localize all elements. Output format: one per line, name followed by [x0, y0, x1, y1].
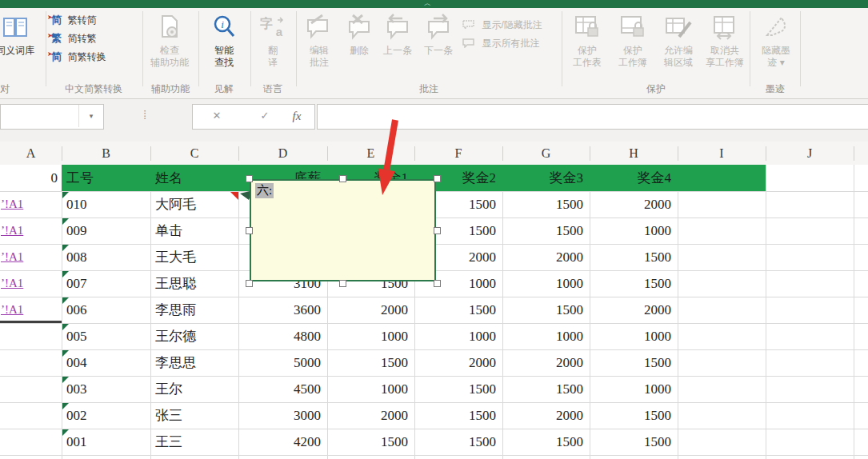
cell-H7[interactable]: 1000 [590, 323, 678, 349]
selection-handle[interactable] [246, 280, 253, 287]
cell-E9[interactable]: 1000 [327, 376, 414, 402]
cell-D11[interactable]: 4200 [238, 429, 327, 455]
cell-H5[interactable]: 1500 [590, 270, 678, 297]
selection-handle[interactable] [434, 280, 441, 287]
name-box-dropdown-icon[interactable]: ▾ [78, 105, 103, 127]
translate-button[interactable]: 字 a 翻 译 [253, 10, 293, 80]
cell-G9[interactable]: 1500 [502, 376, 590, 402]
cell-B2[interactable]: 010 [62, 191, 150, 218]
column-header-F[interactable]: F [446, 144, 470, 163]
cell-G7[interactable]: 1000 [502, 323, 590, 349]
hyperlink-cell-A5[interactable]: ’!A1 [0, 270, 62, 297]
cell-H2[interactable]: 2000 [590, 191, 678, 218]
protect-sheet-button[interactable]: 保护 工作表 [566, 10, 609, 80]
selection-handle[interactable] [434, 227, 441, 234]
protect-workbook-button[interactable]: 保护 工作簿 [611, 10, 654, 80]
smart-lookup-button[interactable]: i 智能 查找 [200, 10, 248, 80]
selection-handle[interactable] [434, 175, 441, 182]
cell-H6[interactable]: 2000 [590, 297, 678, 323]
cell-E10[interactable]: 2000 [327, 402, 414, 429]
column-header-A[interactable]: A [19, 144, 43, 163]
thesaurus-button[interactable]: 同义词库 [0, 10, 43, 80]
cell-B10[interactable]: 002 [62, 402, 150, 429]
cell-G8[interactable]: 2000 [502, 349, 590, 376]
cell-C7[interactable]: 王尔德 [150, 323, 238, 349]
cell-F11[interactable]: 1500 [414, 429, 502, 455]
hide-ink-button[interactable]: 隐藏墨 迹 ▾ [753, 10, 799, 80]
cell-F7[interactable]: 1000 [414, 323, 502, 349]
cell-D9[interactable]: 4500 [238, 376, 327, 402]
simp-to-trad-button[interactable]: ➤繁 简转繁 [51, 29, 141, 46]
column-header-H[interactable]: H [622, 144, 646, 163]
trad-to-simp-button[interactable]: ➤简 繁转简 [51, 10, 141, 28]
cell-H11[interactable]: 1500 [590, 429, 678, 455]
cell-E6[interactable]: 2000 [327, 297, 414, 323]
edit-comment-button[interactable]: 编辑 批注 [299, 10, 339, 80]
cell-C8[interactable]: 李思思 [150, 349, 238, 376]
selection-handle[interactable] [246, 227, 253, 234]
cell-B3[interactable]: 009 [62, 218, 150, 244]
column-header-G[interactable]: G [534, 144, 558, 163]
hyperlink-cell-A3[interactable]: ’!A1 [0, 218, 62, 244]
cell-A1[interactable]: 0 [0, 165, 62, 191]
cell-B5[interactable]: 007 [62, 270, 150, 297]
show-hide-comment-button[interactable]: 显示/隐藏批注 [462, 16, 574, 32]
convert-chinese-button[interactable]: ➤简 简繁转换 [51, 47, 141, 65]
cell-F8[interactable]: 2000 [414, 349, 502, 376]
cell-F10[interactable]: 1500 [414, 402, 502, 429]
cell-C11[interactable]: 王三 [150, 429, 238, 455]
insert-function-icon[interactable]: fx [287, 105, 306, 127]
cell-G11[interactable]: 1500 [502, 429, 590, 455]
cell-C1[interactable]: 姓名 [150, 165, 238, 191]
cell-D10[interactable]: 3000 [238, 402, 327, 429]
cell-H8[interactable]: 1500 [590, 349, 678, 376]
cell-F6[interactable]: 1500 [414, 297, 502, 323]
unshare-workbook-button[interactable]: 取消共 享工作簿 [702, 10, 747, 80]
next-comment-button[interactable]: 下一条 [419, 10, 458, 80]
cell-B7[interactable]: 005 [62, 323, 150, 349]
allow-edit-ranges-button[interactable]: 允许编 辑区域 [657, 10, 700, 80]
show-all-comments-button[interactable]: 显示所有批注 [462, 34, 574, 50]
enter-icon[interactable]: ✓ [255, 105, 274, 127]
cell-D8[interactable]: 5000 [238, 349, 327, 376]
comment-text[interactable]: 六: [255, 183, 274, 198]
cell-G1[interactable]: 奖金3 [502, 165, 590, 191]
cell-C3[interactable]: 单击 [150, 218, 238, 244]
delete-comment-button[interactable]: 删除 [342, 10, 377, 80]
selection-handle[interactable] [246, 175, 253, 182]
selection-handle[interactable] [339, 175, 346, 182]
column-header-J[interactable]: J [798, 144, 822, 163]
hyperlink-cell-A6[interactable]: ’!A1 [0, 297, 62, 323]
cancel-icon[interactable]: ✕ [207, 105, 226, 127]
selection-handle[interactable] [339, 280, 346, 287]
hyperlink-cell-A4[interactable]: ’!A1 [0, 244, 62, 270]
cell-G2[interactable]: 1500 [502, 191, 590, 218]
column-header-I[interactable]: I [710, 144, 734, 163]
cell-D6[interactable]: 3600 [238, 297, 327, 323]
formula-bar-drag-handle[interactable]: ⁞ [143, 108, 146, 122]
cell-G6[interactable]: 1500 [502, 297, 590, 323]
cell-G10[interactable]: 2000 [502, 402, 590, 429]
cell-C9[interactable]: 王尔 [150, 376, 238, 402]
cell-B9[interactable]: 003 [62, 376, 150, 402]
column-header-B[interactable]: B [94, 144, 118, 163]
cell-D7[interactable]: 4800 [238, 323, 327, 349]
cell-H1[interactable]: 奖金4 [590, 165, 678, 191]
cell-G4[interactable]: 2000 [502, 244, 590, 270]
column-header-D[interactable]: D [271, 144, 295, 163]
hyperlink-cell-A2[interactable]: ’!A1 [0, 191, 62, 218]
cell-E7[interactable]: 1000 [327, 323, 414, 349]
cell-B11[interactable]: 001 [62, 429, 150, 455]
cell-H9[interactable]: 1000 [590, 376, 678, 402]
cell-C4[interactable]: 王大毛 [150, 244, 238, 270]
cell-G5[interactable]: 1000 [502, 270, 590, 297]
comment-box[interactable]: 六: [250, 179, 436, 281]
cell-E8[interactable]: 1500 [327, 349, 414, 376]
cell-C10[interactable]: 张三 [150, 402, 238, 429]
name-box[interactable]: ▾ [0, 104, 104, 130]
cell-H10[interactable]: 1500 [590, 402, 678, 429]
cell-C2[interactable]: 大阿毛 [150, 191, 238, 218]
previous-comment-button[interactable]: 上一条 [378, 10, 417, 80]
column-header-C[interactable]: C [182, 144, 206, 163]
cell-H3[interactable]: 1000 [590, 218, 678, 244]
